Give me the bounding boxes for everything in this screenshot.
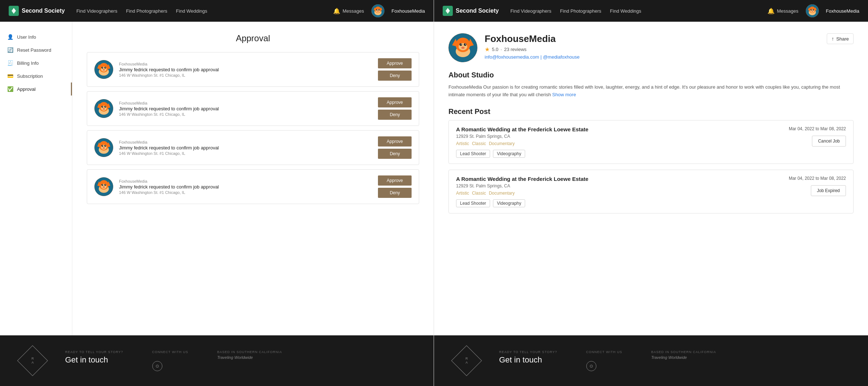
sidebar-item-subscription[interactable]: 💳 Subscription (0, 69, 72, 82)
deny-button-4[interactable]: Deny (378, 188, 412, 198)
deny-button-3[interactable]: Deny (378, 149, 412, 159)
svg-point-31 (102, 106, 103, 107)
page-title-left: Approval (87, 33, 419, 43)
nav-videographers-right[interactable]: Find Videographers (510, 8, 551, 14)
footer-ready-label-right: READY TO TELL YOUR STORY? (499, 350, 557, 354)
tag-artistic-1[interactable]: Artistic (456, 141, 469, 146)
svg-point-77 (465, 44, 466, 44)
approval-card-4: FoxhouseMedia Jimmy fedrick requested to… (87, 169, 419, 204)
card-company-1: FoxhouseMedia (119, 62, 372, 66)
footer-col-touch-left: READY TO TELL YOUR STORY? Get in touch (65, 350, 123, 365)
social-instagram-icon-right[interactable]: ⊙ (586, 361, 596, 371)
tag-classic-2[interactable]: Classic (472, 191, 486, 196)
footer-col-connect-right: CONNECT WITH US ⊙ (586, 350, 622, 371)
deny-button-2[interactable]: Deny (378, 110, 412, 120)
svg-point-42 (102, 145, 103, 146)
footer-social-right: ⊙ (586, 361, 622, 371)
nav-weddings-left[interactable]: Find Weddings (176, 8, 207, 14)
sidebar-item-reset-password[interactable]: 🔄 Reset Password (0, 43, 72, 56)
svg-point-54 (105, 184, 106, 185)
nav-weddings-right[interactable]: Find Weddings (610, 8, 641, 14)
approve-button-2[interactable]: Approve (378, 97, 412, 107)
messages-link-left[interactable]: 🔔 Messages (333, 8, 364, 14)
svg-point-67 (811, 11, 813, 12)
content-area-left: 👤 User Info 🔄 Reset Password 🧾 Billing I… (0, 22, 434, 335)
recent-posts-section: Recent Post A Romantic Wedding at the Fr… (448, 107, 854, 213)
svg-point-75 (464, 43, 467, 46)
footer-right: RA READY TO TELL YOUR STORY? Get in touc… (434, 335, 868, 386)
navbar-left: Second Society Find Videographers Find P… (0, 0, 434, 22)
about-text: FoxhouseMedia Our passion is for creatin… (448, 84, 854, 99)
tag-documentary-1[interactable]: Documentary (489, 141, 515, 146)
card-address-3: 146 W Washington St. #1 Chicago, IL (119, 151, 372, 156)
share-button[interactable]: ↑ Share (827, 33, 854, 44)
footer-ready-label-left: READY TO TELL YOUR STORY? (65, 350, 123, 354)
brand-logo-left[interactable]: Second Society (9, 6, 65, 16)
svg-point-55 (103, 186, 105, 188)
cancel-job-button-1[interactable]: Cancel Job (812, 136, 846, 147)
svg-point-9 (376, 9, 377, 10)
approve-button-3[interactable]: Approve (378, 136, 412, 147)
profile-avatar (448, 33, 477, 62)
user-avatar-left[interactable] (371, 4, 384, 17)
card-address-4: 146 W Washington St. #1 Chicago, IL (119, 190, 372, 195)
card-avatar-3 (94, 138, 113, 157)
job-expired-button-2[interactable]: Job Expired (811, 185, 846, 196)
footer-connect-label-left: CONNECT WITH US (152, 350, 188, 354)
messages-link-right[interactable]: 🔔 Messages (767, 8, 798, 14)
deny-button-1[interactable]: Deny (378, 71, 412, 81)
profile-rating: ★ 5.0 · 23 reviews (485, 46, 820, 53)
card-address-2: 146 W Washington St. #1 Chicago, IL (119, 112, 372, 116)
brand-logo-right[interactable]: Second Society (443, 6, 499, 16)
sidebar-item-approval[interactable]: ✅ Approval (0, 82, 72, 96)
about-title: About Studio (448, 71, 854, 79)
post-right-1: Mar 04, 2022 to Mar 08, 2022 Cancel Job (789, 126, 846, 147)
svg-point-43 (105, 145, 106, 146)
profile-handle[interactable]: @mediafoxhouse (543, 54, 579, 60)
fox-icon-4 (94, 177, 113, 196)
navbar-links-right: Find Videographers Find Photographers Fi… (510, 8, 756, 14)
footer-col-touch-right: READY TO TELL YOUR STORY? Get in touch (499, 350, 557, 365)
sidebar-item-billing[interactable]: 🧾 Billing Info (0, 56, 72, 69)
footer-connect-label-right: CONNECT WITH US (586, 350, 622, 354)
svg-point-63 (810, 9, 812, 10)
post-tags-1: Artistic Classic Documentary (456, 141, 783, 146)
tag-artistic-2[interactable]: Artistic (456, 191, 469, 196)
tag-classic-1[interactable]: Classic (472, 141, 486, 146)
about-text-content: FoxhouseMedia Our passion is for creatin… (448, 84, 840, 97)
svg-point-29 (102, 106, 103, 108)
footer-col-based-left: BASED IN SOUTHERN CALIFORNIA Traveling W… (217, 350, 282, 360)
navbar-right: Second Society Find Videographers Find P… (434, 0, 868, 22)
approve-button-4[interactable]: Approve (378, 175, 412, 186)
left-panel: Second Society Find Videographers Find P… (0, 0, 434, 386)
messages-label-left: Messages (342, 8, 364, 14)
post-badges-2: Lead Shooter Videography (456, 199, 783, 207)
show-more-link[interactable]: Show more (552, 92, 576, 97)
navbar-username-left: FoxhouseMedia (392, 8, 425, 14)
card-message-1: Jimmy fedrick requested to confirm job a… (119, 67, 372, 72)
social-instagram-icon-left[interactable]: ⊙ (152, 361, 162, 371)
profile-contact: info@foxhousemedia.com | @mediafoxhouse (485, 54, 820, 60)
svg-point-52 (105, 184, 106, 186)
approve-button-1[interactable]: Approve (378, 58, 412, 68)
user-avatar-right[interactable] (806, 4, 819, 17)
svg-point-8 (378, 9, 380, 10)
nav-photographers-left[interactable]: Find Photographers (126, 8, 167, 14)
card-avatar-2 (94, 99, 113, 118)
badge-videography-2: Videography (493, 199, 525, 207)
approval-card-1: FoxhouseMedia Jimmy fedrick requested to… (87, 52, 419, 87)
nav-videographers-left[interactable]: Find Videographers (76, 8, 117, 14)
profile-fox-avatar (448, 33, 477, 62)
profile-name: FoxhouseMedia (485, 33, 820, 44)
nav-photographers-right[interactable]: Find Photographers (560, 8, 601, 14)
svg-point-44 (103, 147, 105, 149)
profile-email[interactable]: info@foxhousemedia.com (485, 54, 539, 60)
tag-documentary-2[interactable]: Documentary (489, 191, 515, 196)
profile-header: FoxhouseMedia ★ 5.0 · 23 reviews info@fo… (448, 33, 854, 62)
brand-icon-right (443, 6, 453, 16)
card-message-3: Jimmy fedrick requested to confirm job a… (119, 145, 372, 150)
navbar-username-right: FoxhouseMedia (826, 8, 860, 14)
sidebar-item-user-info[interactable]: 👤 User Info (0, 30, 72, 43)
post-info-2: A Romantic Wedding at the Frederick Loew… (456, 176, 783, 207)
svg-point-40 (102, 145, 103, 147)
